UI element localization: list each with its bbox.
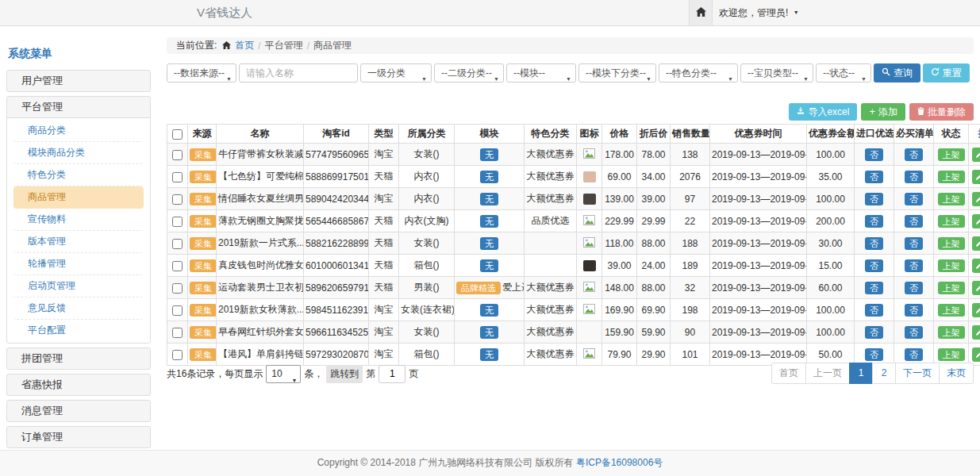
filter-select-level2[interactable]: --二级分类--▼ xyxy=(434,63,504,83)
page-button-首页[interactable]: 首页 xyxy=(771,363,806,384)
source-cell: 采集 xyxy=(188,299,217,321)
must-buy-toggle[interactable]: 否 xyxy=(905,215,923,228)
sidebar-item-模块商品分类[interactable]: 模块商品分类 xyxy=(13,142,144,164)
must-buy-toggle[interactable]: 否 xyxy=(905,193,923,205)
filter-select-data-source[interactable]: --数据来源--▼ xyxy=(167,63,236,83)
add-button[interactable]: + 添加 xyxy=(861,103,905,121)
edit-button[interactable] xyxy=(972,347,980,362)
imported-toggle[interactable]: 否 xyxy=(865,348,883,361)
row-checkbox[interactable] xyxy=(172,150,183,160)
edit-button[interactable] xyxy=(972,214,980,228)
row-checkbox[interactable] xyxy=(172,239,183,249)
row-checkbox[interactable] xyxy=(172,172,183,182)
edit-button[interactable] xyxy=(972,281,980,295)
must-buy-toggle[interactable]: 否 xyxy=(905,326,923,339)
sidebar-group-订单管理[interactable]: 订单管理 xyxy=(7,427,150,447)
must-buy-toggle[interactable]: 否 xyxy=(905,171,923,183)
status-badge[interactable]: 上架 xyxy=(938,215,965,228)
sidebar-group-用户管理[interactable]: 用户管理 xyxy=(7,71,150,91)
sidebar-item-意见反馈[interactable]: 意见反馈 xyxy=(13,298,144,320)
filter-select-status[interactable]: --状态--▼ xyxy=(816,63,871,83)
sidebar-item-启动页管理[interactable]: 启动页管理 xyxy=(13,275,144,298)
icp-link[interactable]: 粤ICP备16098006号 xyxy=(576,457,663,468)
imported-toggle[interactable]: 否 xyxy=(865,171,883,183)
must-buy-toggle[interactable]: 否 xyxy=(905,304,923,317)
sidebar-group-平台管理[interactable]: 平台管理 xyxy=(7,97,150,117)
status-badge[interactable]: 上架 xyxy=(938,148,965,161)
breadcrumb-home-link[interactable]: 首页 xyxy=(235,39,254,52)
edit-button[interactable] xyxy=(972,303,980,317)
home-button[interactable] xyxy=(689,0,713,25)
row-checkbox[interactable] xyxy=(172,217,183,227)
must-buy-toggle[interactable]: 否 xyxy=(905,348,923,361)
imported-toggle[interactable]: 否 xyxy=(865,148,883,161)
status-badge[interactable]: 上架 xyxy=(938,282,965,294)
batch-delete-button[interactable]: 批量删除 xyxy=(909,103,974,121)
source-badge: 采集 xyxy=(190,282,217,294)
filter-input-name[interactable] xyxy=(239,63,358,83)
sidebar-item-版本管理[interactable]: 版本管理 xyxy=(13,231,144,253)
status-badge[interactable]: 上架 xyxy=(938,304,965,317)
search-button[interactable]: 查询 xyxy=(874,63,920,83)
filter-select-item-type[interactable]: --宝贝类型--▼ xyxy=(740,63,813,83)
edit-button[interactable] xyxy=(972,236,980,251)
reset-button[interactable]: 重置 xyxy=(923,63,970,83)
must-buy-toggle[interactable]: 否 xyxy=(905,259,923,272)
row-checkbox[interactable] xyxy=(172,194,183,205)
edit-button[interactable] xyxy=(972,170,980,184)
status-badge[interactable]: 上架 xyxy=(938,171,965,183)
sidebar-item-轮播管理[interactable]: 轮播管理 xyxy=(13,253,144,275)
imported-toggle[interactable]: 否 xyxy=(865,326,883,339)
sidebar-item-特色分类[interactable]: 特色分类 xyxy=(13,164,144,186)
filter-select-feature[interactable]: --特色分类--▼ xyxy=(659,63,738,83)
imported-toggle[interactable]: 否 xyxy=(865,304,883,317)
record-count-text: 共16条记录，每页显示 xyxy=(167,367,263,381)
row-checkbox[interactable] xyxy=(172,305,183,316)
row-checkbox[interactable] xyxy=(172,283,183,294)
sales-cell: 97 xyxy=(671,188,710,210)
must-buy-toggle[interactable]: 否 xyxy=(905,282,923,294)
imported-toggle[interactable]: 否 xyxy=(865,237,883,250)
must-buy-toggle[interactable]: 否 xyxy=(905,148,923,161)
sidebar-group-省惠快报[interactable]: 省惠快报 xyxy=(7,374,150,395)
module-content: 无 xyxy=(480,215,498,228)
edit-button[interactable] xyxy=(972,259,980,273)
imported-toggle[interactable]: 否 xyxy=(865,282,883,294)
sidebar-item-平台配置[interactable]: 平台配置 xyxy=(13,320,144,341)
edit-button[interactable] xyxy=(972,148,980,162)
must_buy-cell: 否 xyxy=(894,321,934,344)
must-buy-toggle[interactable]: 否 xyxy=(905,237,923,250)
sidebar-group-拼团管理[interactable]: 拼团管理 xyxy=(7,348,150,369)
page-button-1[interactable]: 1 xyxy=(849,363,873,384)
select-all-checkbox[interactable] xyxy=(172,129,183,140)
filter-select-module[interactable]: --模块--▼ xyxy=(506,63,576,83)
imported-toggle[interactable]: 否 xyxy=(865,259,883,272)
filter-select-level1[interactable]: 一级分类▼ xyxy=(360,63,432,83)
jump-page-input[interactable] xyxy=(379,365,405,383)
jump-button[interactable]: 跳转到 xyxy=(326,365,363,383)
page-button-2[interactable]: 2 xyxy=(872,363,896,384)
imported-toggle[interactable]: 否 xyxy=(865,193,883,205)
row-checkbox[interactable] xyxy=(172,328,183,338)
sidebar-item-商品分类[interactable]: 商品分类 xyxy=(13,120,144,142)
status-badge[interactable]: 上架 xyxy=(938,237,965,250)
edit-button[interactable] xyxy=(972,325,980,340)
row-checkbox[interactable] xyxy=(172,350,183,360)
page-button-上一页[interactable]: 上一页 xyxy=(805,363,850,384)
import-excel-button[interactable]: 导入excel xyxy=(789,103,857,121)
sidebar-group-消息管理[interactable]: 消息管理 xyxy=(7,401,150,421)
status-badge[interactable]: 上架 xyxy=(938,193,965,205)
per-page-select[interactable]: 10 ▼ xyxy=(266,365,301,383)
status-badge[interactable]: 上架 xyxy=(938,326,965,339)
status-badge[interactable]: 上架 xyxy=(938,259,965,272)
page-button-末页[interactable]: 末页 xyxy=(939,363,974,384)
filter-select-module-sub[interactable]: --模块下分类--▼ xyxy=(578,63,656,83)
page-button-下一页[interactable]: 下一页 xyxy=(895,363,940,384)
sidebar-item-宣传物料[interactable]: 宣传物料 xyxy=(13,209,144,231)
user-menu[interactable]: 欢迎您，管理员! ▼ xyxy=(719,0,799,25)
row-checkbox[interactable] xyxy=(172,261,183,271)
status-badge[interactable]: 上架 xyxy=(938,348,965,361)
sidebar-item-商品管理[interactable]: 商品管理 xyxy=(13,186,144,209)
edit-button[interactable] xyxy=(972,192,980,206)
imported-toggle[interactable]: 否 xyxy=(865,215,883,228)
